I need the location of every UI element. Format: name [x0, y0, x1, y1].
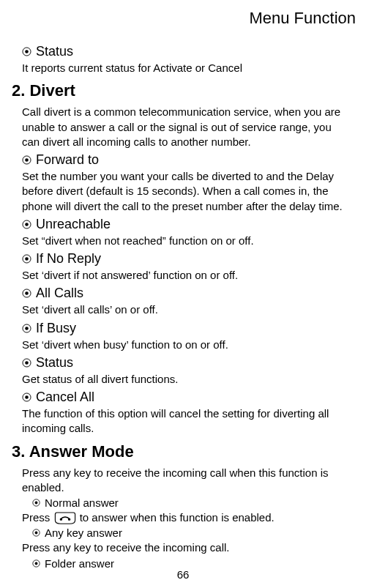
item-title: If Busy — [36, 321, 76, 336]
heading-answer-mode: 3. Answer Mode — [12, 442, 351, 461]
svg-point-15 — [25, 395, 29, 399]
item-title: Status — [36, 44, 73, 59]
item-unreachable: Unreachable — [22, 217, 351, 232]
item-cancel-all: Cancel All — [22, 390, 351, 405]
content-area: Status It reports current status for Act… — [6, 44, 360, 570]
item-desc: Set ‘divert if not answered’ function on… — [22, 268, 351, 283]
bullet-icon — [32, 559, 40, 567]
svg-rect-19 — [68, 518, 70, 521]
item-title: Forward to — [36, 152, 99, 168]
bullet-icon — [22, 358, 31, 368]
answer-intro: Press any key to receive the incoming ca… — [22, 466, 351, 496]
heading-divert: 2. Divert — [12, 81, 351, 100]
item-status: Status — [22, 355, 351, 371]
item-normal-answer: Normal answer — [22, 496, 351, 509]
item-if-busy: If Busy — [22, 321, 351, 336]
item-desc: The function of this option will cancel … — [22, 406, 351, 436]
bullet-icon — [22, 289, 31, 298]
item-desc: It reports current status for Activate o… — [22, 61, 351, 75]
svg-point-17 — [35, 502, 38, 505]
press-prefix: Press — [22, 511, 50, 524]
item-title: Cancel All — [36, 390, 94, 405]
item-title: Status — [36, 355, 73, 371]
item-any-key-answer: Any key answer — [22, 526, 351, 539]
item-all-calls: All Calls — [22, 286, 351, 301]
item-title: All Calls — [36, 286, 83, 301]
item-label: Any key answer — [45, 526, 122, 539]
item-desc: Set “divert when not reached” function o… — [22, 234, 351, 248]
item-desc: Set the number you want your calls be di… — [22, 169, 351, 214]
svg-point-9 — [25, 291, 29, 295]
svg-point-11 — [25, 327, 29, 330]
svg-point-3 — [25, 158, 29, 162]
call-key-icon — [53, 512, 77, 525]
svg-point-5 — [25, 223, 29, 226]
svg-point-7 — [25, 257, 29, 261]
item-title: Unreachable — [36, 217, 111, 232]
page-number: 66 — [0, 568, 366, 581]
bullet-icon — [22, 47, 31, 56]
bullet-icon — [22, 324, 31, 333]
svg-point-21 — [35, 532, 38, 535]
svg-rect-18 — [59, 518, 61, 521]
page-header: Menu Function — [6, 9, 356, 28]
item-desc: Set ‘divert when busy’ function to on or… — [22, 338, 351, 352]
item-folder-answer: Folder answer — [22, 557, 351, 570]
bullet-icon — [22, 155, 31, 165]
item-desc: Get status of all divert functions. — [22, 372, 351, 387]
svg-point-13 — [25, 361, 29, 365]
item-label: Folder answer — [45, 557, 114, 570]
press-suffix: to answer when this function is enabled. — [80, 511, 274, 524]
item-desc: Set ‘divert all calls’ on or off. — [22, 302, 351, 317]
bullet-icon — [32, 529, 40, 537]
item-status-top: Status — [22, 44, 351, 59]
divert-intro: Call divert is a common telecommunicatio… — [22, 105, 351, 149]
item-title: If No Reply — [36, 251, 101, 267]
bullet-icon — [32, 499, 40, 507]
bullet-icon — [22, 392, 31, 402]
item-label: Normal answer — [45, 496, 119, 509]
bullet-icon — [22, 220, 31, 229]
svg-point-23 — [35, 562, 38, 565]
item-if-no-reply: If No Reply — [22, 251, 351, 267]
anykey-desc: Press any key to receive the incoming ca… — [22, 540, 351, 555]
bullet-icon — [22, 254, 31, 264]
item-forward-to: Forward to — [22, 152, 351, 168]
svg-point-1 — [25, 50, 29, 53]
press-line: Press to answer when this function is en… — [22, 510, 351, 525]
